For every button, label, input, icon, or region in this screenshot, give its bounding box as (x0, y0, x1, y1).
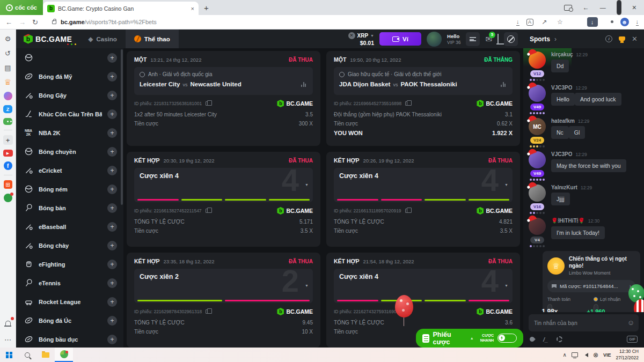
sidebar-sport-item[interactable]: Rocket League + (16, 292, 123, 311)
bcgame-logo[interactable]: b BC.GAME (16, 34, 79, 44)
sidebar-sport-item[interactable]: eBaseball + (16, 217, 123, 236)
expand-caret-icon[interactable]: ▼ (305, 284, 309, 287)
youtube-icon[interactable]: ▶ (3, 150, 13, 157)
copy-icon[interactable] (206, 209, 209, 213)
facebook-icon[interactable]: f (4, 161, 12, 170)
expand-caret-icon[interactable]: ▼ (504, 183, 508, 187)
gif-icon[interactable]: GIF (627, 336, 638, 343)
minimize-button[interactable]: — (600, 4, 606, 11)
match-box[interactable]: Anh · Giải vô địch quốc gia Leicester Ci… (134, 67, 313, 95)
back-button[interactable]: ← (5, 18, 12, 26)
sidebar-sport-item[interactable]: Bóng Gậy + (16, 86, 123, 105)
sidebar-sport-item[interactable]: Bóng bàn + (16, 198, 123, 217)
betslip-bar[interactable]: Phiếu cược ▲ CƯỢC NHANH (416, 329, 523, 348)
coin-chip-icon[interactable] (557, 336, 562, 342)
sidebar-sport-item[interactable]: + (16, 48, 123, 67)
add-sport-button[interactable]: + (107, 147, 117, 157)
feed-icon[interactable]: ▤ (3, 63, 13, 72)
avatar[interactable]: MC (529, 118, 546, 135)
username[interactable]: YalnızKurt (551, 184, 577, 190)
reload-button[interactable]: ↻ (32, 18, 38, 26)
match-box[interactable]: Cược xiên 4 4 ▼ (334, 269, 513, 303)
copy-icon[interactable] (405, 101, 409, 106)
coccoc-brand[interactable]: cốc cốc (0, 0, 43, 15)
add-sport-button[interactable]: + (107, 278, 117, 288)
stats-icon[interactable] (301, 82, 308, 87)
avatar[interactable] (529, 85, 546, 102)
settings-icon[interactable]: ⚙ (3, 34, 13, 43)
avatar[interactable] (529, 184, 546, 202)
copy-icon[interactable] (405, 209, 409, 213)
add-sport-button[interactable]: + (107, 72, 117, 82)
avatar[interactable] (529, 218, 546, 235)
currency-selector[interactable]: ✕XRP▼ $0.01 (348, 32, 375, 46)
bell-button[interactable] (497, 34, 499, 44)
forward-button[interactable]: → (19, 18, 26, 26)
save-page-icon[interactable]: ↓ (516, 18, 519, 26)
inbox-button[interactable]: ✉5 (485, 34, 492, 44)
translate-icon[interactable]: A (526, 19, 533, 26)
username[interactable]: 🌹🕯HiTHiT🕯🌹 (551, 218, 585, 224)
sidebar-sport-item[interactable]: Bóng đá Úc + (16, 311, 123, 330)
sidebar-sport-item[interactable]: Bóng chày + (16, 236, 123, 255)
sidebar-sport-item[interactable]: Bóng bầu dục + (16, 330, 123, 348)
plus-icon[interactable]: + (3, 135, 13, 145)
coccoc-taskbar-icon[interactable] (55, 348, 73, 362)
wallet-button[interactable]: Ví (379, 32, 421, 46)
shop-icon[interactable]: ⊞ (4, 180, 12, 189)
games-icon[interactable] (3, 118, 12, 125)
add-sport-button[interactable]: + (107, 184, 117, 194)
sidebar-sport-item[interactable]: eTennis + (16, 274, 123, 292)
downloads-icon[interactable]: ↓ (636, 18, 639, 26)
history-icon[interactable]: ↺ (3, 48, 13, 58)
username[interactable]: hateafkm (551, 118, 575, 124)
sidebar-sport-item[interactable]: Khúc Côn Cầu Trên Băng + (16, 105, 123, 123)
add-sport-button[interactable]: + (107, 335, 117, 344)
win-announcement-card[interactable]: ♕ Chiến thắng có vị ngọt ngào! Limbo Wow… (543, 251, 640, 312)
username[interactable]: VJC3PO (551, 85, 572, 91)
close-button[interactable]: × (632, 3, 636, 12)
match-box[interactable]: Cược xiên 4 4 ▼ (134, 168, 313, 202)
stats-icon[interactable] (501, 82, 507, 87)
address-field[interactable]: bc.game/vi/sports?bt-path=%2Fbets (61, 19, 510, 25)
sidebar-sport-item[interactable]: Bóng đá Mỹ + (16, 67, 123, 86)
tray-app-icon[interactable]: ⊗ (593, 351, 598, 359)
tab-close-icon[interactable]: × (191, 5, 194, 12)
sidebar-sport-item[interactable]: eCricket + (16, 161, 123, 180)
browser-tab[interactable]: b BC.Game: Crypto Casino Gan × (43, 2, 199, 15)
notifications-bell-icon[interactable] (3, 318, 13, 328)
add-sport-button[interactable]: + (107, 91, 117, 100)
add-sport-button[interactable]: + (107, 166, 117, 175)
add-sport-button[interactable]: + (107, 128, 117, 138)
sidebar-scrollbar[interactable] (121, 49, 123, 205)
copy-icon[interactable] (206, 101, 209, 106)
nav-casino[interactable]: ◆ Casino (79, 29, 126, 48)
taskbar-search-icon[interactable] (18, 348, 36, 362)
avatar[interactable] (529, 151, 546, 168)
add-sport-button[interactable]: + (107, 222, 117, 232)
add-sport-button[interactable]: + (107, 109, 117, 119)
rain-icon[interactable] (529, 336, 536, 343)
add-sport-button[interactable]: + (107, 260, 117, 269)
profile-avatar[interactable]: ☻ (620, 18, 629, 26)
chat-rules-icon[interactable]: /_ (543, 336, 548, 343)
tray-expand-icon[interactable]: ∧ (563, 352, 567, 358)
trophy-icon[interactable] (619, 36, 625, 41)
user-info[interactable]: Hello VIP 36 (447, 33, 460, 45)
add-sport-button[interactable]: + (107, 241, 117, 250)
sidebar-sport-item[interactable]: Bóng ném + (16, 180, 123, 198)
chat-message-input[interactable] (529, 314, 639, 331)
nav-sports[interactable]: Thể thao (126, 29, 179, 48)
expand-caret-icon[interactable]: ▼ (305, 183, 309, 187)
new-tab-button[interactable]: + (204, 4, 209, 12)
screenshot-icon[interactable] (564, 5, 572, 11)
match-box[interactable]: Cược xiên 2 2 ▼ (134, 269, 313, 303)
crown-icon[interactable]: ♕ (3, 77, 13, 87)
bookmark-star-icon[interactable]: ☆ (556, 18, 565, 26)
zalo-icon[interactable]: Z (3, 105, 12, 113)
sidebar-sport-item[interactable]: eFighting + (16, 255, 123, 274)
user-avatar[interactable] (427, 32, 442, 47)
ball-icon[interactable] (4, 194, 12, 202)
network-icon[interactable] (572, 352, 578, 357)
menu-button[interactable] (466, 32, 480, 46)
